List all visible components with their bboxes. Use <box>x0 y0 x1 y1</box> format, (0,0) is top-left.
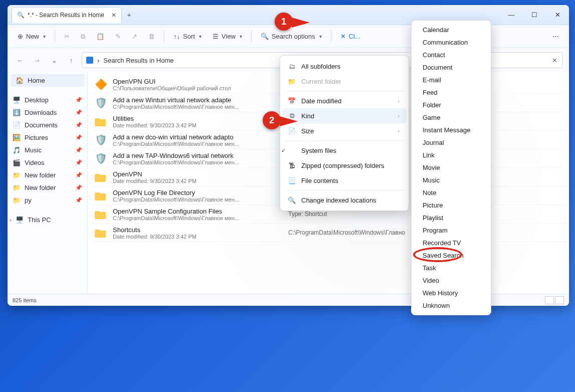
minimize-button[interactable]: — <box>500 5 523 25</box>
close-button[interactable]: ✕ <box>546 5 569 25</box>
sidebar-item-home[interactable]: 🏠 Home <box>11 74 84 87</box>
chevron-down-icon: ▾ <box>199 34 202 39</box>
share-button[interactable]: ↗ <box>128 30 141 43</box>
folder-icon: 📁 <box>13 171 21 179</box>
paste-icon: 📋 <box>96 33 104 40</box>
tab-close-button[interactable]: ✕ <box>111 12 116 19</box>
sidebar-item-documents[interactable]: 📄 Documents 📌 <box>8 119 87 131</box>
kind-item-web-history[interactable]: Web History <box>414 287 489 299</box>
copy-button[interactable]: ⧉ <box>77 30 89 43</box>
view-toggle <box>545 296 564 304</box>
kind-item-contact[interactable]: Contact <box>414 49 489 61</box>
share-icon: ↗ <box>132 33 137 40</box>
sort-button[interactable]: ↑↓ Sort ▾ <box>169 30 206 43</box>
kind-item-video[interactable]: Video <box>414 274 489 287</box>
sidebar-item-pictures[interactable]: 🖼️ Pictures 📌 <box>8 131 87 144</box>
menu-item-zipped[interactable]: 🗜 Zipped (compressed) folders <box>282 158 407 173</box>
sidebar-item-py[interactable]: 📁 py 📌 <box>8 194 87 207</box>
menu-item-change-indexed[interactable]: 🔍 Change indexed locations <box>282 192 407 208</box>
sidebar-item-new-folder[interactable]: 📁 New folder 📌 <box>8 181 87 194</box>
up-button[interactable]: ↑ <box>65 54 78 67</box>
file-row[interactable]: Shortcuts Date modified: 9/30/2023 3:42 … <box>90 224 567 242</box>
more-button[interactable]: ⋯ <box>548 30 563 43</box>
maximize-button[interactable]: ☐ <box>523 5 546 25</box>
cut-button[interactable]: ✂ <box>60 30 74 43</box>
details-view-button[interactable] <box>545 296 554 304</box>
kind-item-recorded-tv[interactable]: Recorded TV <box>414 237 489 249</box>
highlight-ring-picture <box>413 247 462 262</box>
kind-item-game[interactable]: Game <box>414 111 489 124</box>
back-button[interactable]: ← <box>14 54 27 67</box>
kind-item-note[interactable]: Note <box>414 186 489 199</box>
clear-search-button[interactable]: ✕ <box>552 57 557 64</box>
kind-item-movie[interactable]: Movie <box>414 161 489 174</box>
new-tab-button[interactable]: ＋ <box>122 11 137 20</box>
size-icon: 📄 <box>287 126 296 135</box>
kind-item-task[interactable]: Task <box>414 262 489 274</box>
sidebar-item-downloads[interactable]: ⬇️ Downloads 📌 <box>8 106 87 119</box>
plus-icon: ⊕ <box>18 33 23 40</box>
kind-item-playlist[interactable]: Playlist <box>414 212 489 224</box>
sidebar-item-music[interactable]: 🎵 Music 📌 <box>8 144 87 156</box>
recent-button[interactable]: ⌄ <box>48 54 61 67</box>
file-col-type: Type: Shortcut <box>288 211 409 218</box>
menu-item-all-subfolders[interactable]: 🗂 All subfolders <box>282 59 407 74</box>
close-search-button[interactable]: ✕ Cl... <box>336 30 364 43</box>
search-options-button[interactable]: 🔍 Search options ▾ <box>257 30 326 43</box>
kind-item-calendar[interactable]: Calendar <box>414 24 489 36</box>
file-path: C:\Пользователи\Общие\Общий рабочий стол <box>113 85 283 91</box>
close-icon: ✕ <box>340 33 346 40</box>
menu-item-date-modified[interactable]: 📅 Date modified › <box>282 93 407 108</box>
kind-item-unknown[interactable]: Unknown <box>414 299 489 312</box>
menu-item-system-files[interactable]: ✓ System files <box>282 143 407 158</box>
pin-icon: 📌 <box>75 184 82 191</box>
chevron-right-icon: › <box>398 113 400 119</box>
copy-icon: ⧉ <box>81 33 85 41</box>
kind-item-document[interactable]: Document <box>414 61 489 74</box>
menu-item-current-folder[interactable]: 📁 Current folder <box>282 74 407 89</box>
kind-item-music[interactable]: Music <box>414 174 489 186</box>
rename-button[interactable]: ✎ <box>111 30 125 43</box>
sidebar-item-label: Downloads <box>25 109 57 116</box>
sidebar-item-new-folder[interactable]: 📁 New folder 📌 <box>8 169 87 181</box>
tiles-view-button[interactable] <box>555 296 564 304</box>
kind-item-program[interactable]: Program <box>414 224 489 237</box>
kind-item-communication[interactable]: Communication <box>414 36 489 49</box>
kind-item-feed[interactable]: Feed <box>414 86 489 99</box>
menu-item-file-contents[interactable]: 📃 File contents <box>282 173 407 188</box>
divider <box>55 31 55 43</box>
callout-1: 1 <box>275 13 293 31</box>
file-icon: 🛡️ <box>94 96 108 110</box>
forward-button[interactable]: → <box>31 54 44 67</box>
divider <box>251 31 252 43</box>
menu-item-kind[interactable]: ⧉ Kind › <box>282 108 407 123</box>
menu-item-size[interactable]: 📄 Size › <box>282 123 407 138</box>
download-icon: ⬇️ <box>13 109 21 116</box>
cut-icon: ✂ <box>64 33 70 40</box>
file-icon: 🛡️ <box>94 151 108 165</box>
kind-submenu: CalendarCommunicationContactDocumentE-ma… <box>411 20 491 315</box>
sidebar-item-desktop[interactable]: 🖥️ Desktop 📌 <box>8 94 87 106</box>
kind-item-link[interactable]: Link <box>414 149 489 161</box>
kind-item-folder[interactable]: Folder <box>414 99 489 111</box>
kind-item-instant-message[interactable]: Instant Message <box>414 124 489 136</box>
home-icon: 🏠 <box>16 77 24 84</box>
picture-icon: 🖼️ <box>13 134 21 141</box>
folder-icon: 📁 <box>13 184 21 191</box>
sidebar-item-videos[interactable]: 🎬 Videos 📌 <box>8 156 87 169</box>
kind-item-e-mail[interactable]: E-mail <box>414 74 489 86</box>
kind-item-picture[interactable]: Picture <box>414 199 489 212</box>
paste-button[interactable]: 📋 <box>92 30 108 43</box>
delete-button[interactable]: 🗑 <box>144 30 159 43</box>
search-options-menu: 🗂 All subfolders 📁 Current folder 📅 Date… <box>280 55 409 211</box>
sidebar-item-label: Music <box>25 146 42 154</box>
file-icon <box>94 114 108 128</box>
sidebar-item-thispc[interactable]: › 🖥️ This PC <box>8 214 87 226</box>
kind-item-journal[interactable]: Journal <box>414 136 489 149</box>
desktop-icon: 🖥️ <box>13 96 21 104</box>
new-button[interactable]: ⊕ New ▾ <box>14 30 50 43</box>
window-tab[interactable]: 🔍 *.* - Search Results in Home ✕ <box>12 7 122 23</box>
view-icon: ☰ <box>213 33 219 40</box>
trash-icon: 🗑 <box>148 33 155 40</box>
view-button[interactable]: ☰ View ▾ <box>209 30 246 43</box>
